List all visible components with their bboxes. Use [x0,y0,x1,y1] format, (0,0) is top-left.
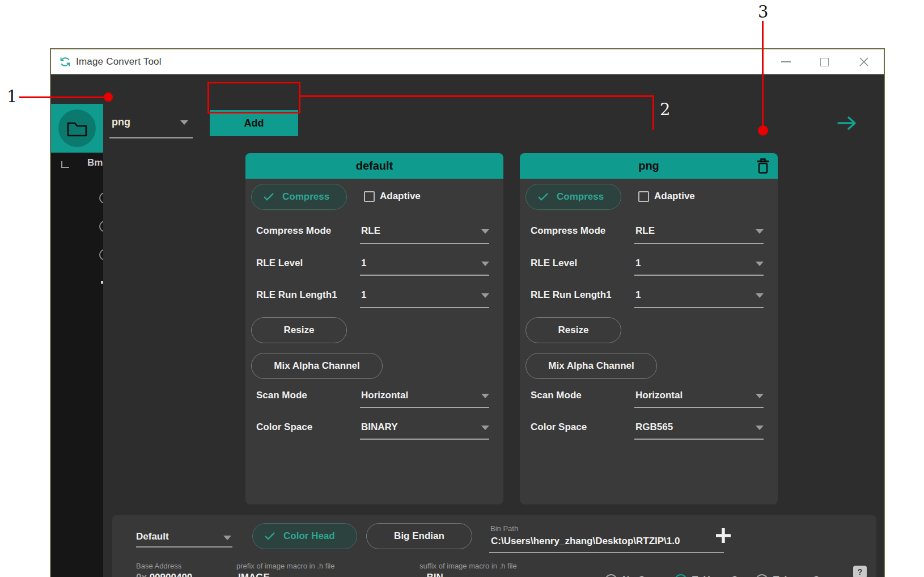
card-header-default[interactable]: default [245,153,503,179]
close-icon [859,57,869,67]
chevron-down-icon[interactable] [756,426,764,430]
check-icon [264,532,275,541]
radio-icon [605,574,617,577]
chevron-down-icon[interactable] [481,262,489,266]
prefix-field[interactable]: IMAGE_ [238,572,275,577]
sidebar-file-icon[interactable] [101,281,103,284]
base-address-label: Base Address [136,562,181,570]
chevron-down-icon[interactable] [223,536,231,540]
card-header-png[interactable]: png [520,153,778,179]
profile-card-default: default Compress Adaptive Compress Mode … [245,153,503,504]
add-path-button[interactable] [714,527,732,545]
callout-3-line [762,21,764,129]
radio-to-lowercase[interactable]: ToLowerCase [756,574,836,577]
chevron-down-icon[interactable] [756,262,764,266]
chevron-down-icon[interactable] [481,394,489,398]
delete-profile-button[interactable] [756,157,770,174]
dropdown-value[interactable]: 1 [361,289,366,301]
chevron-down-icon[interactable] [756,394,764,398]
add-button[interactable]: Add [210,110,298,136]
suffix-label: suffix of image macro in .h file [419,562,517,570]
minimize-button[interactable] [778,54,793,70]
base-address-field[interactable]: 0x 00900400 [136,572,192,577]
bin-path-label: Bin Path [490,524,518,533]
convert-arrow-icon[interactable] [837,115,857,132]
field-rle-level: RLE Level 1 [245,258,503,271]
output-settings-bar: Default Color Head Big Endian Bin Path C… [112,515,876,577]
prefix-label: prefix of image macro in .h file [236,562,334,570]
open-folder-button[interactable] [51,104,103,153]
big-endian-button[interactable]: Big Endian [366,523,472,549]
card-title: png [638,159,659,172]
suffix-field[interactable]: _BIN [421,572,443,577]
field-rle-run-length: RLE Run Length1 1 [245,289,503,303]
sidebar-file-icon[interactable] [99,249,103,260]
field-compress-mode: Compress Mode RLE [245,225,503,239]
compress-toggle[interactable]: Compress [525,184,621,210]
trash-icon [756,157,770,174]
field-rle-run-length: RLE Run Length1 1 [520,289,778,303]
dropdown-value[interactable]: BINARY [361,422,398,433]
sidebar-file-icon[interactable] [99,221,103,232]
resize-button[interactable]: Resize [525,317,621,343]
callout-2-label: 2 [660,100,670,119]
maximize-button[interactable] [817,54,832,70]
dropdown-value[interactable]: RGB565 [635,422,673,433]
color-head-toggle[interactable]: Color Head [252,523,357,549]
radio-selected-icon [675,574,687,577]
plus-icon [714,527,732,545]
callout-2-line-horizontal [299,95,654,97]
field-color-space: Color Space BINARY [245,422,503,435]
chevron-down-icon[interactable] [756,293,764,298]
chevron-down-icon[interactable] [756,229,764,234]
callout-3-label: 3 [758,2,768,22]
chevron-down-icon [180,120,188,125]
callout-3-dot [758,125,768,136]
field-compress-mode: Compress Mode RLE [520,225,778,239]
bin-path-field[interactable]: C:\Users\henry_zhang\Desktop\RTZIP\1.0 [491,536,680,547]
check-icon [537,192,549,201]
mix-alpha-channel-button[interactable]: Mix Alpha Channel [251,353,383,379]
dropdown-value[interactable]: RLE [635,225,655,237]
adaptive-label: Adaptive [654,191,695,202]
sync-icon [58,55,72,69]
format-dropdown[interactable]: png [109,111,193,138]
field-scan-mode: Scan Mode Horizontal [520,390,778,403]
dropdown-value[interactable]: Horizontal [361,390,408,401]
dropdown-value[interactable]: 1 [361,258,366,269]
field-color-space: Color Space RGB565 [520,422,778,435]
field-rle-level: RLE Level 1 [520,258,778,271]
profile-dropdown[interactable]: Default [136,531,169,542]
compress-toggle[interactable]: Compress [251,184,347,210]
callout-1-dot [104,92,113,102]
card-title: default [356,159,393,172]
mix-alpha-channel-button[interactable]: Mix Alpha Channel [525,353,657,379]
tree-expander-icon[interactable] [61,161,69,168]
maximize-icon [820,58,829,66]
window-title: Image Convert Tool [76,56,162,68]
main-content: Bm png Add default Compress [51,74,884,577]
sidebar-item-bmp[interactable]: Bm [87,157,103,169]
dropdown-value[interactable]: Horizontal [635,390,683,401]
adaptive-label: Adaptive [380,191,421,202]
dropdown-value[interactable]: 1 [635,289,641,301]
chevron-down-icon[interactable] [481,293,489,298]
profile-card-png: png Compress Adaptive Compress Mode RLE [520,153,778,504]
adaptive-checkbox[interactable] [638,191,649,202]
callout-1-label: 1 [7,87,17,106]
chevron-down-icon[interactable] [481,426,489,430]
radio-no-convert[interactable]: No Convert [605,574,675,577]
radio-to-uppercase[interactable]: ToUpperCase [675,574,754,577]
sidebar-file-icon[interactable] [99,192,103,204]
close-button[interactable] [857,54,871,70]
chevron-down-icon[interactable] [481,229,489,234]
callout-2-line-vertical [652,95,654,130]
format-dropdown-value: png [112,116,130,128]
dropdown-value[interactable]: 1 [635,258,641,269]
dropdown-value[interactable]: RLE [361,225,380,237]
resize-button[interactable]: Resize [251,317,347,343]
titlebar: Image Convert Tool [51,49,884,74]
callout-add-button-box [207,82,300,113]
help-tooltip-icon[interactable]: ? [853,566,867,577]
adaptive-checkbox[interactable] [364,191,375,202]
